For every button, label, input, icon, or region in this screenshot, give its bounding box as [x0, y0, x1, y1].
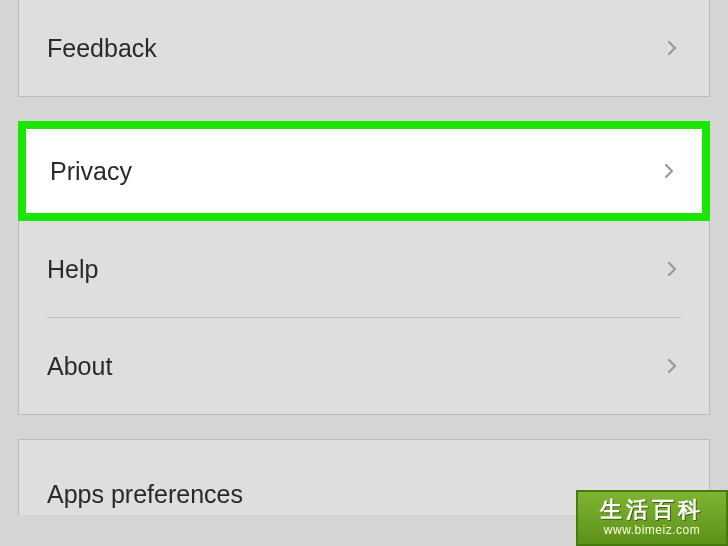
row-label: About [47, 352, 112, 381]
watermark-title: 生活百科 [600, 499, 704, 521]
row-about[interactable]: About [19, 318, 709, 414]
settings-section: Feedback [18, 0, 710, 97]
chevron-right-icon [663, 357, 681, 375]
row-feedback[interactable]: Feedback [19, 0, 709, 96]
chevron-right-icon [660, 162, 678, 180]
row-label: Feedback [47, 34, 157, 63]
chevron-right-icon [663, 260, 681, 278]
chevron-right-icon [663, 39, 681, 57]
row-privacy-highlighted[interactable]: Privacy [18, 121, 710, 221]
row-label: Help [47, 255, 98, 284]
row-label: Privacy [50, 157, 132, 186]
section-gap [0, 97, 728, 121]
row-help[interactable]: Help [19, 221, 709, 317]
section-gap [0, 415, 728, 439]
watermark-url: www.bimeiz.com [604, 523, 700, 537]
watermark-badge: 生活百科 www.bimeiz.com [576, 490, 728, 546]
settings-section: Help About [18, 221, 710, 415]
row-label: Apps preferences [47, 480, 243, 509]
